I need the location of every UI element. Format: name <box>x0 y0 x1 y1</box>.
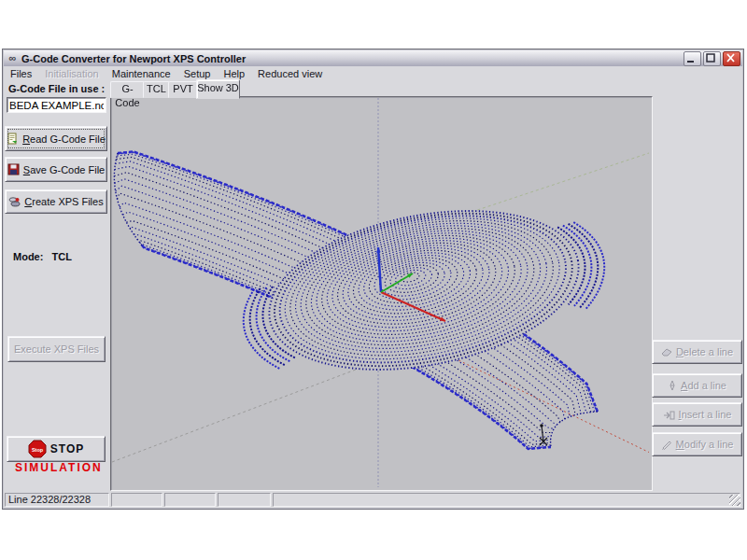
execute-xps-button[interactable]: Execute XPS Files <box>7 336 106 362</box>
mode-label: Mode: <box>13 251 43 262</box>
menu-bar: Files Initialisation Maintenance Setup H… <box>4 66 742 82</box>
save-gcode-button[interactable]: Save G-Code File <box>5 157 107 182</box>
screen: ∞ G-Code Converter for Newport XPS Contr… <box>0 0 747 560</box>
status-line-counter: Line 22328/22328 <box>5 493 109 507</box>
resize-grip[interactable] <box>729 495 740 506</box>
tab-show-3d[interactable]: Show 3D <box>196 79 240 99</box>
tab-gcode[interactable]: G-Code <box>110 81 145 98</box>
read-label: R <box>22 133 30 145</box>
maximize-button[interactable] <box>703 51 721 66</box>
status-bar: Line 22328/22328 <box>4 491 742 508</box>
pen-icon <box>668 380 677 391</box>
title-bar[interactable]: ∞ G-Code Converter for Newport XPS Contr… <box>4 50 742 67</box>
menu-maintenance[interactable]: Maintenance <box>106 67 177 80</box>
tab-tcl[interactable]: TCL <box>143 81 170 98</box>
file-in-use-label: G-Code File in use : <box>8 83 105 94</box>
svg-text:Stop: Stop <box>32 447 44 453</box>
mode-row: Mode: TCL <box>13 251 72 262</box>
delete-line-button[interactable]: Delete a line <box>652 340 742 364</box>
stop-label: STOP <box>50 442 84 455</box>
create-files-icon <box>8 196 21 208</box>
insert-hand-icon <box>663 410 675 420</box>
window-title: G-Code Converter for Newport XPS Control… <box>21 53 684 64</box>
status-panel-empty <box>164 493 216 507</box>
mode-value: TCL <box>52 251 72 262</box>
save-disk-icon <box>7 163 20 175</box>
status-panel-empty <box>273 493 740 507</box>
menu-initialisation[interactable]: Initialisation <box>38 67 105 80</box>
menu-setup[interactable]: Setup <box>177 67 218 80</box>
menu-reduced-view[interactable]: Reduced view <box>251 67 329 80</box>
maximize-icon <box>704 52 718 63</box>
menu-help[interactable]: Help <box>217 67 251 80</box>
add-line-button[interactable]: Add a line <box>652 373 742 398</box>
simulation-label: SIMULATION <box>15 461 103 474</box>
close-icon <box>724 52 738 63</box>
create-xps-button[interactable]: Create XPS Files <box>5 189 107 214</box>
minimize-button[interactable] <box>684 51 701 66</box>
3d-toolpath-canvas[interactable] <box>112 98 649 487</box>
eraser-icon <box>661 347 672 357</box>
open-file-icon <box>7 133 19 145</box>
menu-files[interactable]: Files <box>4 67 38 80</box>
insert-line-button[interactable]: Insert a line <box>652 402 742 427</box>
stop-sign-icon: Stop <box>28 440 47 458</box>
gcode-file-field[interactable] <box>7 97 106 113</box>
minimize-icon <box>684 52 698 63</box>
close-button[interactable] <box>723 51 740 66</box>
status-panel-empty <box>111 493 162 507</box>
app-icon: ∞ <box>6 52 20 64</box>
gcode-file-input[interactable] <box>9 98 104 112</box>
read-gcode-button[interactable]: Read G-Code File <box>5 126 107 151</box>
status-panel-empty <box>218 493 271 507</box>
modify-line-button[interactable]: Modify a line <box>652 432 742 456</box>
stop-button[interactable]: Stop STOP <box>7 436 106 462</box>
app-window: ∞ G-Code Converter for Newport XPS Contr… <box>2 49 744 510</box>
tab-pvt[interactable]: PVT <box>168 81 198 98</box>
edit-pen-icon <box>661 439 672 450</box>
3d-viewport <box>110 96 653 491</box>
